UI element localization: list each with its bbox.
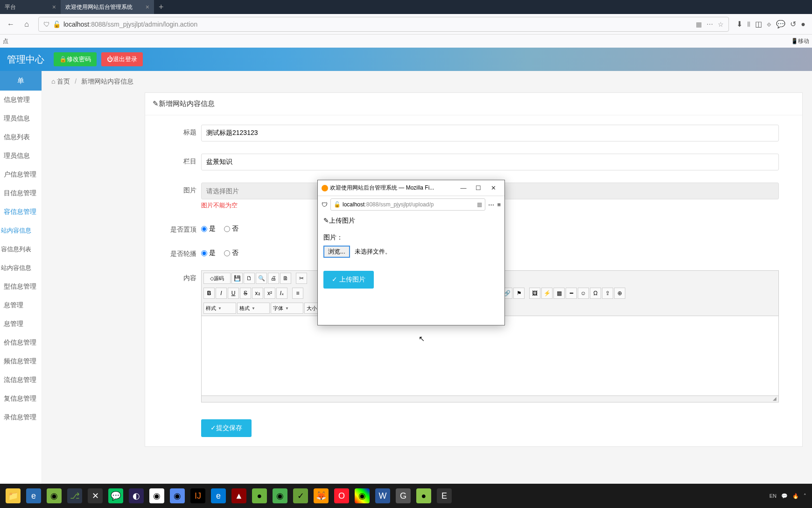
browse-button[interactable]: 浏览... bbox=[323, 246, 350, 258]
subscript-icon[interactable]: x₂ bbox=[252, 288, 263, 299]
sidebar-item[interactable]: 信息管理 bbox=[0, 91, 42, 109]
library-icon[interactable]: ⫴ bbox=[747, 20, 750, 28]
opera-icon[interactable]: O bbox=[334, 488, 349, 503]
explorer-icon[interactable]: 📁 bbox=[6, 488, 21, 503]
editor-content[interactable] bbox=[202, 316, 778, 395]
close-icon[interactable]: ✕ bbox=[486, 182, 501, 194]
special-char-icon[interactable]: Ω bbox=[590, 288, 601, 299]
app-icon[interactable]: G bbox=[396, 488, 411, 503]
title-input[interactable] bbox=[201, 125, 779, 141]
qr-icon[interactable]: ▦ bbox=[477, 201, 482, 208]
sidebar-item[interactable]: 户信息管理 bbox=[0, 165, 42, 184]
sidebar-item[interactable]: 录信息管理 bbox=[0, 408, 42, 427]
sidebar-item[interactable]: 站内容信息 bbox=[0, 221, 42, 240]
image-icon[interactable]: 🖼 bbox=[529, 288, 540, 299]
editor-resize-handle[interactable]: ◢ bbox=[202, 395, 778, 402]
flash-icon[interactable]: ⚡ bbox=[541, 288, 553, 299]
meatball-icon[interactable]: ⋯ bbox=[707, 21, 713, 28]
extension-icon[interactable]: ⟐ bbox=[767, 20, 771, 28]
superscript-icon[interactable]: x² bbox=[264, 288, 275, 299]
menu-icon[interactable]: ≡ bbox=[497, 201, 501, 208]
tray-icon[interactable]: 💬 bbox=[781, 493, 788, 499]
close-icon[interactable]: × bbox=[146, 3, 149, 11]
intellij-icon[interactable]: IJ bbox=[190, 488, 205, 503]
italic-icon[interactable]: I bbox=[216, 288, 227, 299]
sidebar-item[interactable]: 容信息管理 bbox=[0, 203, 42, 221]
upload-button[interactable]: ✓ 上传图片 bbox=[323, 271, 374, 289]
app-icon[interactable]: ▲ bbox=[231, 488, 246, 503]
sidebar-item[interactable]: 复信息管理 bbox=[0, 389, 42, 408]
app-icon[interactable]: ● bbox=[416, 488, 431, 503]
tray-icon[interactable]: 🔥 bbox=[792, 493, 799, 499]
iframe-icon[interactable]: ⊕ bbox=[614, 288, 625, 299]
cut-icon[interactable]: ✂ bbox=[296, 273, 307, 284]
new-tab-button[interactable]: + bbox=[154, 2, 168, 12]
hr-icon[interactable]: ━ bbox=[566, 288, 577, 299]
ie-icon[interactable]: e bbox=[26, 488, 41, 503]
back-button[interactable]: ← bbox=[4, 17, 18, 31]
firefox-icon[interactable]: 🦊 bbox=[314, 488, 329, 503]
logout-button[interactable]: ⏻退出登录 bbox=[101, 52, 143, 66]
category-input[interactable] bbox=[201, 154, 779, 170]
url-input[interactable]: 🛡 🔓 localhost:8088/ssm_pjysjlpt/admin/lo… bbox=[38, 17, 729, 32]
app-icon[interactable]: E bbox=[437, 488, 452, 503]
sidebar-item[interactable]: 理员信息 bbox=[0, 109, 42, 128]
app-icon[interactable]: ✕ bbox=[88, 488, 103, 503]
popup-url-input[interactable]: 🔓 localhost:8088/ssm_pjysjlpt/upload/p ▦ bbox=[330, 198, 485, 211]
source-button[interactable]: ◇源码 bbox=[203, 273, 231, 284]
carousel-no-radio[interactable]: 否 bbox=[224, 249, 238, 257]
sidebar-item[interactable]: 型信息管理 bbox=[0, 277, 42, 296]
app-icon[interactable]: ⎇ bbox=[67, 488, 82, 503]
table-icon[interactable]: ▦ bbox=[553, 288, 565, 299]
clear-format-icon[interactable]: Iₓ bbox=[276, 288, 287, 299]
submit-button[interactable]: ✓提交保存 bbox=[201, 419, 252, 437]
sidebar-item[interactable]: 息管理 bbox=[0, 315, 42, 333]
styles-select[interactable]: 样式 bbox=[203, 303, 236, 314]
bold-icon[interactable]: B bbox=[203, 288, 215, 299]
minimize-icon[interactable]: — bbox=[456, 182, 471, 194]
chat-icon[interactable]: 💬 bbox=[776, 20, 785, 28]
print-icon[interactable]: 🖨 bbox=[268, 273, 279, 284]
underline-icon[interactable]: U bbox=[228, 288, 239, 299]
sidebar-item[interactable]: 流信息管理 bbox=[0, 371, 42, 389]
sidebar-item[interactable]: 价信息管理 bbox=[0, 333, 42, 352]
sidebar-item[interactable]: 站内容信息 bbox=[0, 259, 42, 277]
spring-icon[interactable]: ● bbox=[252, 488, 267, 503]
app-icon[interactable]: ◉ bbox=[273, 488, 287, 503]
chromium-icon[interactable]: ◉ bbox=[170, 488, 185, 503]
save-icon[interactable]: 💾 bbox=[231, 273, 243, 284]
popup-titlebar[interactable]: 欢迎使用网站后台管理系统 — Mozilla Fi... — ☐ ✕ bbox=[318, 180, 504, 196]
sidebar-item[interactable]: 容信息列表 bbox=[0, 240, 42, 259]
profile-icon[interactable]: ● bbox=[801, 20, 805, 28]
browser-tab-1[interactable]: 平台 × bbox=[0, 0, 61, 14]
top-no-radio[interactable]: 否 bbox=[224, 225, 238, 233]
wechat-icon[interactable]: 💬 bbox=[108, 488, 123, 503]
close-icon[interactable]: × bbox=[52, 3, 56, 11]
eclipse-icon[interactable]: ◐ bbox=[129, 488, 144, 503]
reload-icon[interactable]: ↺ bbox=[790, 20, 796, 28]
sidebar-item[interactable]: 频信息管理 bbox=[0, 352, 42, 371]
sidebar-item[interactable]: 目信息管理 bbox=[0, 184, 42, 203]
tray-chevron-icon[interactable]: ˄ bbox=[804, 493, 806, 499]
home-icon[interactable]: ⌂ bbox=[20, 17, 34, 31]
flag-icon[interactable]: ⚑ bbox=[513, 288, 525, 299]
pagebreak-icon[interactable]: ⇪ bbox=[602, 288, 613, 299]
sidebar-item[interactable]: 理员信息 bbox=[0, 147, 42, 165]
numlist-icon[interactable]: ≡ bbox=[292, 288, 303, 299]
meatball-icon[interactable]: ⋯ bbox=[488, 201, 494, 208]
sidebar-icon[interactable]: ◫ bbox=[755, 20, 762, 28]
breadcrumb-home[interactable]: 首页 bbox=[57, 78, 70, 85]
chrome-icon[interactable]: ◉ bbox=[149, 488, 164, 503]
font-select[interactable]: 字体 bbox=[271, 303, 303, 314]
star-icon[interactable]: ☆ bbox=[718, 21, 724, 28]
word-icon[interactable]: W bbox=[375, 488, 390, 503]
qr-icon[interactable]: ▦ bbox=[696, 21, 702, 28]
top-yes-radio[interactable]: 是 bbox=[201, 225, 216, 233]
sidebar-item[interactable]: 信息列表 bbox=[0, 128, 42, 147]
mobile-bookmarks[interactable]: 📱移动 bbox=[791, 37, 809, 45]
smiley-icon[interactable]: ☺ bbox=[578, 288, 589, 299]
new-page-icon[interactable]: 🗋 bbox=[244, 273, 255, 284]
browser-tab-2[interactable]: 欢迎使用网站后台管理系统 × bbox=[61, 0, 154, 14]
app-icon[interactable]: ◉ bbox=[355, 488, 370, 503]
edge-icon[interactable]: e bbox=[211, 488, 226, 503]
